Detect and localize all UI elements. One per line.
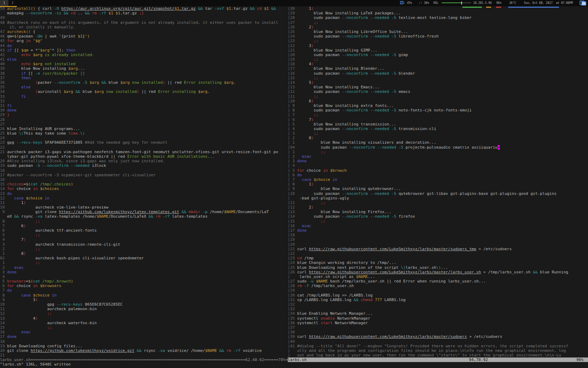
code-cell-right[interactable]: |40 [288, 339, 588, 344]
code-cell-right[interactable]: |26 2) [288, 25, 588, 29]
code-cell-right[interactable]: |94 sudo pacman --noconfirm --needed -S … [288, 145, 588, 150]
code-cell-right[interactable]: |8 1) [288, 182, 588, 186]
code-cell-left[interactable]: 16 [0, 177, 288, 182]
code-cell-left[interactable]: 9 git clone https://github.com/lukesmith… [0, 210, 288, 214]
code-cell-right[interactable]: |12 sudo pacman --noconfirm --needed -S … [288, 89, 588, 94]
code-row[interactable]: 62 aurcheck bash-pipes cli-visualizer sp… [0, 256, 588, 260]
code-cell-left[interactable]: 3 aurcheck transmission-remote-cli-git [0, 242, 288, 247]
code-cell-right[interactable]: |27 ;; [288, 20, 588, 25]
code-cell-left[interactable]: 6 aurcheck ttf-ancient-fonts [0, 228, 288, 233]
volume-slider[interactable] [442, 0, 471, 6]
code-cell-right[interactable]: |24blue Changin working directory to /tm… [288, 260, 588, 265]
code-cell-right[interactable]: |30 1) [288, 6, 588, 11]
command-line[interactable]: "larbs.sh" 136L, 5648C written [0, 362, 588, 367]
code-cell-right[interactable]: |35systemctl enable NetworkManager [288, 316, 588, 321]
code-cell-right[interactable]: |14 5) [288, 80, 588, 85]
code-cell-left[interactable]: 40 echo $arg not installed [0, 62, 288, 66]
code-cell-left[interactable]: 14 aurcheck waterfox-bin [0, 321, 288, 325]
display-icon[interactable] [580, 1, 586, 6]
code-row[interactable]: 12 case $choice in| -bad gst-plugins-ugl… [0, 196, 588, 200]
code-row[interactable]: 7do|29 [0, 288, 588, 293]
code-cell-right[interactable]: |10 sudo pacman --noconfirm --needed -S … [288, 191, 588, 196]
code-cell-right[interactable]: |5for choice in $browch [288, 168, 588, 173]
code-row[interactable]: 14for choice in $choices|9 blue Now inst… [0, 186, 588, 191]
code-cell-left[interactable]: 16 esac [0, 330, 288, 334]
code-row[interactable]: makepkg --noconfirm -si && cd .. && rm -… [0, 11, 588, 15]
code-cell-right[interactable]: |20 sudo pacman --noconfirm --needed -S … [288, 53, 588, 57]
code-cell-left[interactable]: 1 ;; [0, 260, 288, 265]
code-row[interactable]: 17#packer --noconfirm -S ncpamixer-git s… [0, 173, 588, 177]
code-cell-right[interactable]: |21 blue Now installing GIMP... [288, 48, 588, 53]
code-cell-left[interactable]: 44do [0, 43, 288, 48]
code-cell-left[interactable]: 19blue Downloading config files... [0, 344, 288, 348]
code-cell-left[interactable]: 15 ;; [0, 325, 288, 330]
code-cell-left[interactable]: 1 8) [0, 251, 288, 256]
code-cell-right[interactable]: |38 [288, 330, 588, 334]
code-cell-left[interactable]: 2 ;; [0, 247, 288, 251]
code-row[interactable]: 35 else|13 blue Now installing Emacs... [0, 85, 588, 89]
code-row[interactable]: 11 1)|11 ;; [0, 200, 588, 205]
code-cell-left[interactable]: makepkg --noconfirm -si && cd .. && rm -… [0, 11, 288, 15]
code-cell-left[interactable]: 24 [0, 136, 288, 140]
code-cell-left[interactable]: 14for choice in $choices [0, 186, 288, 191]
code-cell-right[interactable]: |29 [288, 288, 588, 293]
code-cell-left[interactable]: 12 ;; [0, 311, 288, 316]
code-row[interactable]: lybar-git python-pywal xfce-theme-blackb… [0, 154, 588, 159]
code-cell-left[interactable]: eX && rsync -va latex-templates /home/$N… [0, 214, 288, 219]
code-cell-right[interactable]: |16 esac [288, 224, 588, 228]
code-row[interactable]: 4| larbs_user.sh script as $NAME... [0, 274, 588, 279]
code-row[interactable]: 47aurcheck() {|25 blue Now installing Li… [0, 29, 588, 34]
code-cell-left[interactable]: 13 4) [0, 316, 288, 321]
code-cell-left[interactable]: 5browsers=$(cat /tmp/.browch) [0, 279, 288, 284]
code-cell-left[interactable]: 46qm=$(pacman -Qm | awk '{print $1}') [0, 34, 288, 39]
code-cell-right[interactable]: |25 blue Now installing LibreOffice Suit… [288, 29, 588, 34]
code-cell-right[interactable]: |15 ;; [288, 76, 588, 80]
code-cell-right[interactable]: |36systemctl start NetworkManager [288, 321, 588, 325]
workspace-2[interactable]: 2 [8, 0, 17, 6]
code-cell-right[interactable]: |11 ;; [288, 94, 588, 99]
code-row[interactable]: 27|5 blue Now installing transmission... [0, 122, 588, 127]
code-row[interactable]: 23gpg --recv-keys 5FAF0A6EE7371805 #Add … [0, 140, 588, 145]
code-cell-left[interactable]: 31fi [0, 103, 288, 108]
code-row[interactable]: eX && rsync -va latex-templates /home/$N… [0, 214, 588, 219]
code-row[interactable]: 45for arg in "$@"|23 ;; [0, 39, 588, 43]
code-row[interactable]: 6for choice in $browsers|28rm -f /tmp/la… [0, 284, 588, 288]
code-row[interactable]: 39 blue Now installing $arg...|17 blue N… [0, 66, 588, 71]
code-cell-left[interactable]: 7do [0, 288, 288, 293]
code-cell-left[interactable]: 18 [0, 339, 288, 344]
code-row[interactable]: 18|5for choice in $browch [0, 168, 588, 173]
code-row[interactable]: 8 case $choice in|30cat /tmp/LARBS.log >… [0, 293, 588, 298]
code-cell-right[interactable]: |1 blue Now installing visualizers and d… [288, 140, 588, 145]
code-row[interactable]: 6 aurcheck ttf-ancient-fonts|17done [0, 228, 588, 233]
code-cell-right[interactable]: |21curl https://raw.githubusercontent.co… [288, 247, 588, 251]
code-row[interactable]: 49|28 sudo pacman --noconfirm --needed -… [0, 15, 588, 20]
code-cell-left[interactable]: 50aurinstall() { curl -O https://aur.arc… [0, 6, 288, 11]
code-cell-right[interactable]: |19 ;; [288, 57, 588, 62]
code-row[interactable]: 5 ;;|18 [0, 233, 588, 237]
code-cell-left[interactable]: 30done [0, 108, 288, 113]
code-cell-left[interactable]: 43if [[ $qm = *"$arg"* ]]; then [0, 48, 288, 53]
code-cell-right[interactable]: |33 [288, 307, 588, 311]
code-cell-right[interactable]: |37 [288, 325, 588, 330]
code-cell-left[interactable]: 33 fi [0, 94, 288, 99]
code-cell-left[interactable]: 27 [0, 122, 288, 127]
code-cell-right[interactable]: |13 blue Now installing Firefox... [288, 210, 588, 214]
code-cell-left[interactable]: 23gpg --recv-keys 5FAF0A6EE7371805 #Add … [0, 140, 288, 145]
code-cell-left[interactable]: 42 echo $arg is already installed. [0, 53, 288, 57]
code-cell-left[interactable]: 8 case $choice in [0, 293, 288, 298]
code-cell-left[interactable]: 3done [0, 270, 288, 274]
code-cell-right[interactable]: |11 ;; [288, 200, 588, 205]
code-row[interactable]: 29}|7 ;; [0, 113, 588, 117]
code-cell-right[interactable]: |8 sudo pacman --noconfirm --needed -S n… [288, 108, 588, 113]
code-cell-left[interactable]: 48#aurcheck runs on each of its argument… [0, 20, 288, 25]
code-cell-right[interactable]: |1 ;; [288, 150, 588, 154]
code-cell-right[interactable]: |2 esac [288, 154, 588, 159]
code-cell-left[interactable]: 21 [0, 353, 288, 357]
code-cell-right[interactable]: | -bad gst-plugins-ugly [288, 196, 588, 200]
code-row[interactable]: 24|2 8) [0, 136, 588, 140]
code-row[interactable]: 3done|26curl https://raw.githubuserconte… [0, 270, 588, 274]
code-row[interactable]: 28|6 7) [0, 117, 588, 122]
code-row[interactable]: 17done|39curl https://raw.githubusercont… [0, 334, 588, 339]
code-cell-left[interactable]: 20#Also installing i3lock, since i3-gaps… [0, 159, 288, 163]
code-cell-left[interactable]: 35 else [0, 85, 288, 89]
